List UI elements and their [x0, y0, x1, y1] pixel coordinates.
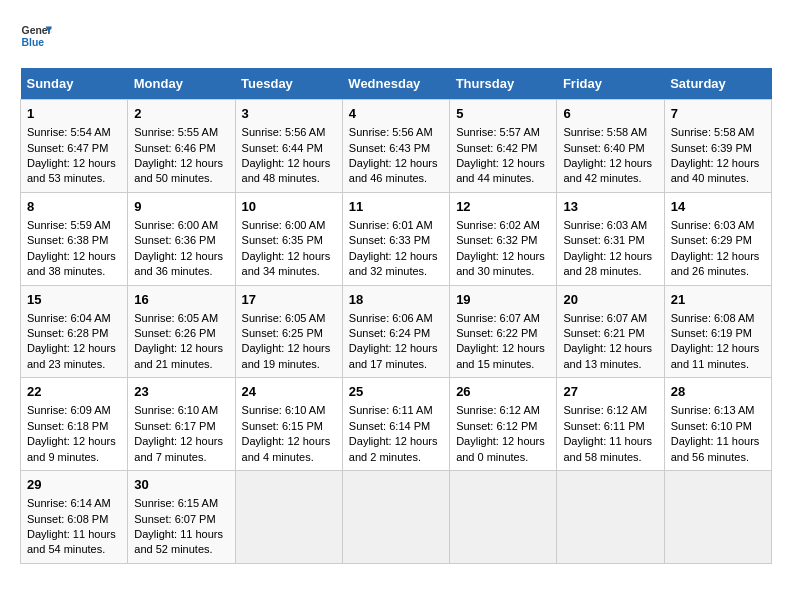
day-number: 10: [242, 198, 336, 216]
sunrise: Sunrise: 6:15 AM: [134, 497, 218, 509]
daylight2: and 46 minutes.: [349, 172, 427, 184]
sunrise: Sunrise: 5:57 AM: [456, 126, 540, 138]
daylight: Daylight: 11 hours: [27, 528, 116, 540]
daylight: Daylight: 12 hours: [134, 250, 223, 262]
daylight: Daylight: 12 hours: [242, 435, 331, 447]
calendar-cell: 15Sunrise: 6:04 AMSunset: 6:28 PMDayligh…: [21, 285, 128, 378]
daylight2: and 30 minutes.: [456, 265, 534, 277]
daylight: Daylight: 12 hours: [456, 250, 545, 262]
daylight: Daylight: 12 hours: [349, 250, 438, 262]
day-number: 9: [134, 198, 228, 216]
sunrise: Sunrise: 6:13 AM: [671, 404, 755, 416]
daylight2: and 28 minutes.: [563, 265, 641, 277]
daylight: Daylight: 12 hours: [349, 342, 438, 354]
sunset: Sunset: 6:10 PM: [671, 420, 752, 432]
sunrise: Sunrise: 6:11 AM: [349, 404, 433, 416]
sunrise: Sunrise: 5:55 AM: [134, 126, 218, 138]
daylight: Daylight: 12 hours: [456, 157, 545, 169]
sunrise: Sunrise: 6:03 AM: [671, 219, 755, 231]
calendar-cell: 30Sunrise: 6:15 AMSunset: 6:07 PMDayligh…: [128, 471, 235, 564]
calendar-cell: 5Sunrise: 5:57 AMSunset: 6:42 PMDaylight…: [450, 100, 557, 193]
daylight2: and 53 minutes.: [27, 172, 105, 184]
calendar-cell: 27Sunrise: 6:12 AMSunset: 6:11 PMDayligh…: [557, 378, 664, 471]
sunset: Sunset: 6:08 PM: [27, 513, 108, 525]
calendar-table: SundayMondayTuesdayWednesdayThursdayFrid…: [20, 68, 772, 564]
daylight2: and 19 minutes.: [242, 358, 320, 370]
week-row-3: 15Sunrise: 6:04 AMSunset: 6:28 PMDayligh…: [21, 285, 772, 378]
daylight2: and 50 minutes.: [134, 172, 212, 184]
calendar-cell: 21Sunrise: 6:08 AMSunset: 6:19 PMDayligh…: [664, 285, 771, 378]
daylight: Daylight: 12 hours: [242, 342, 331, 354]
day-number: 1: [27, 105, 121, 123]
day-header-tuesday: Tuesday: [235, 68, 342, 100]
daylight: Daylight: 12 hours: [27, 250, 116, 262]
day-number: 15: [27, 291, 121, 309]
sunset: Sunset: 6:07 PM: [134, 513, 215, 525]
day-number: 13: [563, 198, 657, 216]
sunrise: Sunrise: 5:56 AM: [349, 126, 433, 138]
sunset: Sunset: 6:22 PM: [456, 327, 537, 339]
sunset: Sunset: 6:28 PM: [27, 327, 108, 339]
sunset: Sunset: 6:29 PM: [671, 234, 752, 246]
sunrise: Sunrise: 6:07 AM: [456, 312, 540, 324]
daylight2: and 38 minutes.: [27, 265, 105, 277]
daylight: Daylight: 12 hours: [349, 435, 438, 447]
calendar-cell: [557, 471, 664, 564]
daylight: Daylight: 12 hours: [27, 342, 116, 354]
calendar-cell: [450, 471, 557, 564]
calendar-cell: 18Sunrise: 6:06 AMSunset: 6:24 PMDayligh…: [342, 285, 449, 378]
calendar-cell: 23Sunrise: 6:10 AMSunset: 6:17 PMDayligh…: [128, 378, 235, 471]
daylight: Daylight: 12 hours: [27, 157, 116, 169]
daylight: Daylight: 12 hours: [134, 435, 223, 447]
day-number: 21: [671, 291, 765, 309]
sunrise: Sunrise: 5:56 AM: [242, 126, 326, 138]
sunset: Sunset: 6:31 PM: [563, 234, 644, 246]
sunset: Sunset: 6:44 PM: [242, 142, 323, 154]
sunset: Sunset: 6:15 PM: [242, 420, 323, 432]
calendar-cell: 19Sunrise: 6:07 AMSunset: 6:22 PMDayligh…: [450, 285, 557, 378]
daylight2: and 7 minutes.: [134, 451, 206, 463]
calendar-cell: 1Sunrise: 5:54 AMSunset: 6:47 PMDaylight…: [21, 100, 128, 193]
daylight: Daylight: 12 hours: [563, 157, 652, 169]
day-number: 5: [456, 105, 550, 123]
day-number: 20: [563, 291, 657, 309]
sunset: Sunset: 6:11 PM: [563, 420, 644, 432]
sunrise: Sunrise: 6:02 AM: [456, 219, 540, 231]
week-row-2: 8Sunrise: 5:59 AMSunset: 6:38 PMDaylight…: [21, 192, 772, 285]
sunset: Sunset: 6:26 PM: [134, 327, 215, 339]
sunset: Sunset: 6:25 PM: [242, 327, 323, 339]
daylight2: and 2 minutes.: [349, 451, 421, 463]
daylight: Daylight: 11 hours: [671, 435, 760, 447]
sunrise: Sunrise: 6:10 AM: [242, 404, 326, 416]
daylight2: and 4 minutes.: [242, 451, 314, 463]
day-number: 14: [671, 198, 765, 216]
sunrise: Sunrise: 6:04 AM: [27, 312, 111, 324]
day-number: 18: [349, 291, 443, 309]
day-number: 6: [563, 105, 657, 123]
calendar-cell: 3Sunrise: 5:56 AMSunset: 6:44 PMDaylight…: [235, 100, 342, 193]
day-header-monday: Monday: [128, 68, 235, 100]
sunrise: Sunrise: 6:00 AM: [242, 219, 326, 231]
sunrise: Sunrise: 6:01 AM: [349, 219, 433, 231]
sunrise: Sunrise: 6:12 AM: [456, 404, 540, 416]
week-row-4: 22Sunrise: 6:09 AMSunset: 6:18 PMDayligh…: [21, 378, 772, 471]
header: General Blue: [20, 20, 772, 52]
sunrise: Sunrise: 5:58 AM: [671, 126, 755, 138]
calendar-cell: 12Sunrise: 6:02 AMSunset: 6:32 PMDayligh…: [450, 192, 557, 285]
sunset: Sunset: 6:32 PM: [456, 234, 537, 246]
day-number: 29: [27, 476, 121, 494]
sunset: Sunset: 6:35 PM: [242, 234, 323, 246]
calendar-cell: 10Sunrise: 6:00 AMSunset: 6:35 PMDayligh…: [235, 192, 342, 285]
day-number: 3: [242, 105, 336, 123]
calendar-cell: 4Sunrise: 5:56 AMSunset: 6:43 PMDaylight…: [342, 100, 449, 193]
daylight: Daylight: 12 hours: [134, 342, 223, 354]
calendar-cell: 26Sunrise: 6:12 AMSunset: 6:12 PMDayligh…: [450, 378, 557, 471]
calendar-cell: 13Sunrise: 6:03 AMSunset: 6:31 PMDayligh…: [557, 192, 664, 285]
daylight: Daylight: 12 hours: [671, 157, 760, 169]
daylight2: and 58 minutes.: [563, 451, 641, 463]
day-number: 12: [456, 198, 550, 216]
sunset: Sunset: 6:14 PM: [349, 420, 430, 432]
sunset: Sunset: 6:19 PM: [671, 327, 752, 339]
daylight2: and 36 minutes.: [134, 265, 212, 277]
sunset: Sunset: 6:36 PM: [134, 234, 215, 246]
